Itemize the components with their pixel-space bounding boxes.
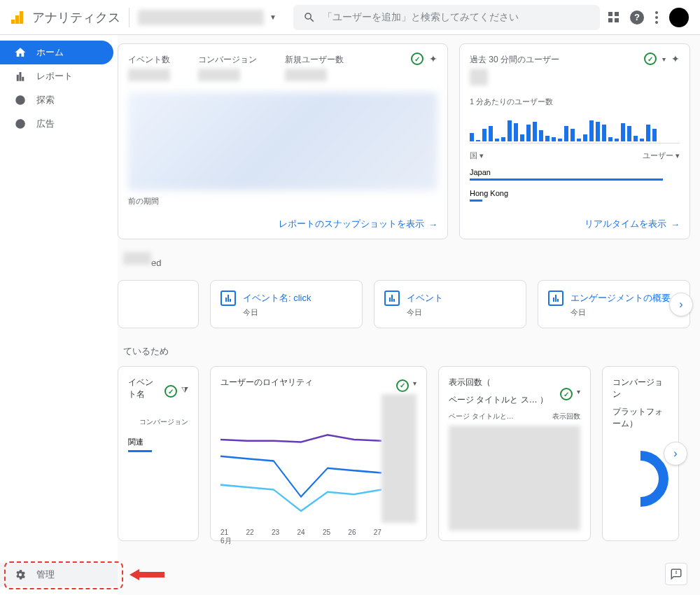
overview-card: ✦ イベント数 コンバージョン 新規ユーザー数 前の期間 レポートのスナップショ… <box>118 43 448 239</box>
section-title-redacted <box>123 252 151 265</box>
sidebar-item-ads[interactable]: 広告 <box>0 112 113 136</box>
search-input[interactable]: 「ユーザーを追加」と検索してみてください <box>293 5 600 30</box>
recent-cards-row: イベント名: click 今日 イベント 今日 エンゲージメントの概要 今日 › <box>118 280 700 328</box>
users-selector[interactable]: ユーザー ▾ <box>643 150 680 161</box>
views-panel: 表示回数（ページ タイトルと ス… ） ▾ ページ タイトルと…表示回数 <box>438 366 591 541</box>
divider <box>129 8 130 27</box>
report-icon <box>384 290 400 306</box>
scroll-right-button[interactable]: › <box>669 293 693 316</box>
sparkle-icon[interactable]: ✦ <box>429 53 438 64</box>
scroll-right-button[interactable]: › <box>664 442 687 465</box>
legend: 前の期間 <box>128 196 438 206</box>
chevron-down-icon[interactable]: ▾ <box>413 379 416 392</box>
realtime-card: ▾ ✦ 過去 30 分間のユーザー 1 分あたりのユーザー数 国 ▾ ユーザー … <box>459 43 690 239</box>
check-badge-icon[interactable] <box>560 388 573 400</box>
sidebar-item-explore[interactable]: 探索 <box>0 88 113 112</box>
property-name-redacted <box>138 10 264 25</box>
sidebar-item-label: 探索 <box>36 94 55 106</box>
app-header: アナリティクス ▼ 「ユーザーを追加」と検索してみてください ? <box>0 0 700 35</box>
check-badge-icon[interactable] <box>644 52 657 65</box>
realtime-link[interactable]: リアルタイムを表示→ <box>584 218 680 230</box>
snapshot-link[interactable]: レポートのスナップショットを表示→ <box>279 218 438 230</box>
more-icon[interactable] <box>655 11 658 24</box>
chevron-down-icon[interactable]: ▾ <box>662 55 666 63</box>
loyalty-values-redacted <box>382 394 416 523</box>
feedback-button[interactable] <box>665 563 687 585</box>
section-title: ているため <box>123 345 700 358</box>
conversions-panel: イベント名 ⧩ コンバージョン 関連 <box>118 366 199 541</box>
sidebar-item-home[interactable]: ホーム <box>0 41 113 64</box>
filter-icon[interactable]: ⧩ <box>181 385 188 398</box>
chevron-down-icon[interactable]: ▾ <box>577 388 580 400</box>
sidebar-item-reports[interactable]: レポート <box>0 64 113 88</box>
check-badge-icon[interactable] <box>396 379 409 392</box>
apps-icon[interactable] <box>608 12 619 22</box>
check-badge-icon[interactable] <box>164 385 177 398</box>
metric-label: 新規ユーザー数 <box>285 54 344 66</box>
sidebar: ホーム レポート 探索 広告 管理 <box>0 35 118 595</box>
metric-value-redacted <box>198 69 240 81</box>
sidebar-item-label: 広告 <box>36 118 55 130</box>
header-actions: ? <box>608 8 689 27</box>
country-row: Hong Kong <box>470 189 680 203</box>
sidebar-item-label: ホーム <box>36 46 64 59</box>
gear-icon <box>14 568 27 581</box>
realtime-bar-chart <box>470 113 680 144</box>
country-row: Japan <box>470 168 680 182</box>
realtime-count-redacted <box>470 69 488 85</box>
help-icon[interactable]: ? <box>630 10 644 24</box>
chevron-down-icon: ▾ <box>479 151 484 160</box>
sidebar-item-label: レポート <box>36 70 73 83</box>
search-icon <box>303 11 316 24</box>
sidebar-item-label: 管理 <box>36 568 55 581</box>
svg-point-1 <box>19 99 22 102</box>
report-icon <box>548 290 564 306</box>
chevron-down-icon: ▼ <box>270 13 276 21</box>
per-min-label: 1 分あたりのユーザー数 <box>470 97 680 107</box>
feedback-icon <box>670 568 682 580</box>
country-selector[interactable]: 国 ▾ <box>470 150 484 161</box>
svg-point-3 <box>676 573 677 573</box>
ads-icon <box>14 118 27 130</box>
mini-card[interactable]: イベント 今日 <box>374 280 526 328</box>
analytics-logo-icon <box>11 11 24 24</box>
metric-value-redacted <box>285 69 327 81</box>
home-icon <box>14 46 27 59</box>
mini-card[interactable] <box>118 280 199 328</box>
check-badge-icon[interactable] <box>411 52 424 65</box>
property-selector[interactable]: ▼ <box>138 10 285 25</box>
loyalty-panel: ユーザーのロイヤリティ ▾ 21222324252627 6月 <box>210 366 427 541</box>
metric-label: イベント数 <box>128 54 170 66</box>
chevron-down-icon: ▾ <box>676 151 680 160</box>
search-placeholder: 「ユーザーを追加」と検索してみてください <box>323 11 519 24</box>
metric-label: コンバージョン <box>198 54 257 66</box>
report-icon <box>220 290 236 306</box>
views-table-redacted <box>449 426 580 531</box>
loyalty-line-chart: 21222324252627 6月 <box>220 404 382 523</box>
arrow-right-icon: → <box>671 219 680 230</box>
app-title: アナリティクス <box>32 9 120 26</box>
mini-card[interactable]: エンゲージメントの概要 今日 <box>538 280 690 328</box>
sidebar-item-admin[interactable]: 管理 <box>0 563 118 587</box>
sparkle-icon[interactable]: ✦ <box>671 53 680 64</box>
metric-value-redacted <box>128 69 170 81</box>
overview-chart <box>128 92 438 190</box>
bar-chart-icon <box>14 70 27 83</box>
target-icon <box>14 94 27 106</box>
arrow-right-icon: → <box>428 219 438 230</box>
avatar[interactable] <box>669 8 689 27</box>
mini-card[interactable]: イベント名: click 今日 <box>210 280 363 328</box>
